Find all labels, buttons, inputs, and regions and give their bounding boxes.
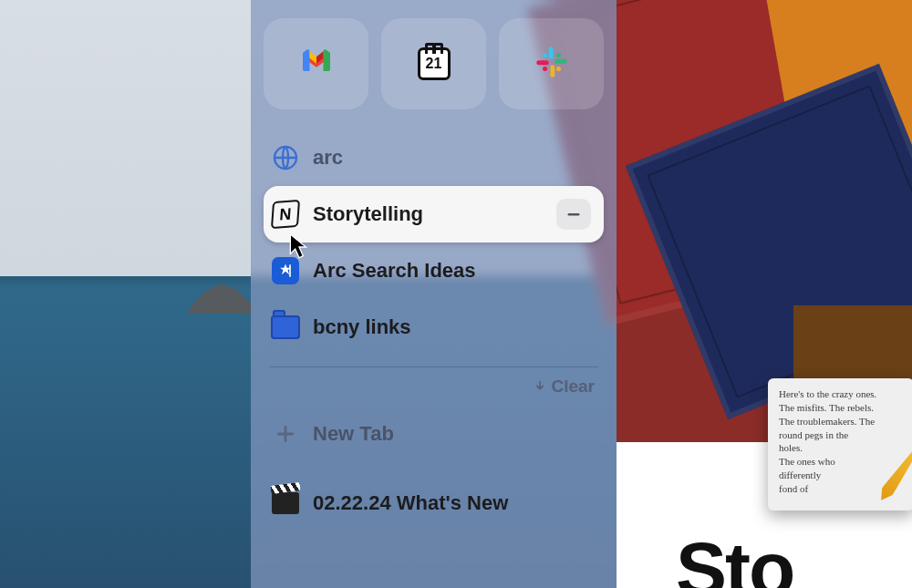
tab-label: 02.22.24 What's New xyxy=(313,491,591,515)
sticky-note-line: The troublemakers. The xyxy=(779,415,903,428)
sticky-note-line: fond of xyxy=(779,482,903,496)
sticky-note-line: Here's to the crazy ones. xyxy=(779,387,903,401)
arc-search-favicon xyxy=(271,256,300,285)
tab-whats-new[interactable]: 02.22.24 What's New xyxy=(264,475,604,531)
clapperboard-icon xyxy=(271,489,300,518)
svg-rect-1 xyxy=(554,59,566,64)
svg-point-6 xyxy=(556,67,561,71)
tab-arc[interactable]: arc xyxy=(264,129,604,186)
sidebar-divider xyxy=(269,366,598,367)
svg-rect-3 xyxy=(536,60,548,65)
svg-rect-10 xyxy=(289,264,291,276)
clear-label: Clear xyxy=(551,377,595,397)
calendar-icon: 21 xyxy=(418,47,451,80)
folder-icon xyxy=(271,313,300,342)
sticky-note-line: holes. xyxy=(779,441,903,455)
svg-point-5 xyxy=(556,53,561,57)
tab-label: arc xyxy=(313,146,591,170)
notion-icon: N xyxy=(271,200,300,229)
browser-sidebar: 21 arc N Storytelling xyxy=(251,0,617,588)
close-tab-button[interactable] xyxy=(556,199,591,230)
page-header-image xyxy=(617,0,912,442)
pinned-app-gmail[interactable] xyxy=(264,18,368,109)
tab-label: bcny links xyxy=(313,315,591,339)
tab-label: Storytelling xyxy=(313,202,544,226)
pinned-app-calendar[interactable]: 21 xyxy=(381,18,486,109)
page-title: Sto xyxy=(676,525,793,588)
clear-tabs-button[interactable]: Clear xyxy=(533,377,595,397)
pinned-app-slack[interactable] xyxy=(499,18,604,109)
tab-storytelling[interactable]: N Storytelling xyxy=(264,186,604,242)
svg-rect-9 xyxy=(568,213,580,215)
sticky-note-widget[interactable]: Here's to the crazy ones. The misfits. T… xyxy=(768,378,912,511)
svg-rect-0 xyxy=(548,46,553,58)
new-tab-label: New Tab xyxy=(313,422,591,446)
sticky-note-line: The misfits. The rebels. xyxy=(779,401,903,415)
sticky-note-line: round pegs in the xyxy=(779,428,903,442)
gmail-icon xyxy=(298,44,335,84)
svg-point-4 xyxy=(543,53,547,57)
tab-list: arc N Storytelling Arc Search Ideas bcny… xyxy=(264,129,604,531)
down-arrow-icon xyxy=(533,379,547,394)
sticky-note-line: differently xyxy=(779,469,903,482)
svg-point-7 xyxy=(543,67,547,71)
sticky-note-line: The ones who xyxy=(779,455,903,469)
pinned-apps-row: 21 xyxy=(264,0,604,129)
new-tab-button[interactable]: New Tab xyxy=(264,406,604,462)
tab-label: Arc Search Ideas xyxy=(313,259,591,283)
slack-icon xyxy=(534,44,570,84)
plus-icon xyxy=(271,419,300,449)
minus-icon xyxy=(564,204,584,224)
wallpaper-island xyxy=(187,281,251,314)
page-content-pane: Sto Here's to the crazy ones. The misfit… xyxy=(617,0,912,588)
tab-bcny-links[interactable]: bcny links xyxy=(264,299,604,356)
svg-rect-2 xyxy=(550,65,554,77)
globe-icon xyxy=(271,143,300,172)
tab-arc-search-ideas[interactable]: Arc Search Ideas xyxy=(264,242,604,299)
